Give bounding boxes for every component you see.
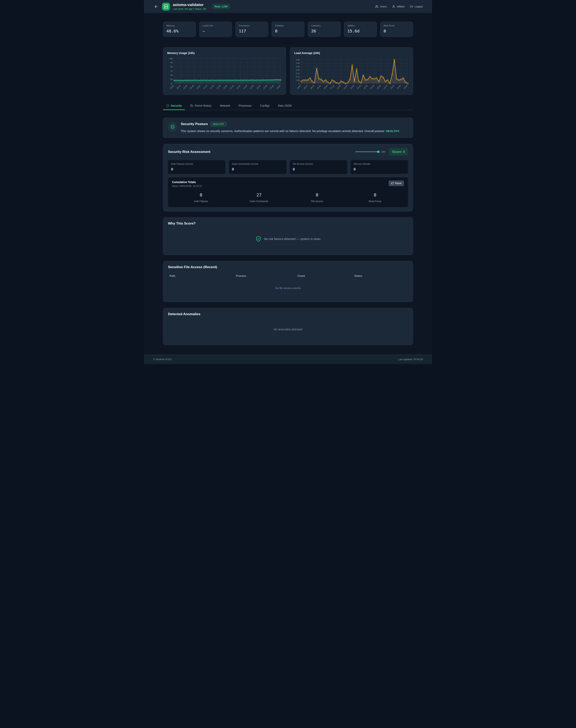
why-score-card: Why This Score? No risk factors detected… <box>163 217 413 255</box>
risk-assessment-title: Security Risk Assessment <box>168 150 355 154</box>
svg-text:20:10: 20:10 <box>303 84 308 89</box>
total-label: Brute Force <box>346 200 404 203</box>
arrow-left-icon <box>154 4 159 9</box>
footer: C-Sentinel v0.6.0 Last updated: 00:04:19 <box>144 355 432 364</box>
nav-users[interactable]: Users <box>375 5 387 8</box>
metric-value: 0 <box>232 167 283 171</box>
back-button[interactable] <box>153 4 159 9</box>
slider-track[interactable] <box>355 151 379 152</box>
total-brute-force: 0 Brute Force <box>346 193 404 203</box>
svg-text:0.15: 0.15 <box>296 72 299 75</box>
svg-text:23:10: 23:10 <box>256 84 261 89</box>
svg-text:70: 70 <box>170 70 173 72</box>
tab-processes[interactable]: Processes <box>238 102 252 110</box>
cumulative-totals-title: Cumulative Totals <box>172 180 388 184</box>
total-sudo-commands: 27 Sudo Commands <box>230 193 288 203</box>
svg-text:20:40: 20:40 <box>316 84 321 89</box>
tab-configs[interactable]: Configs <box>260 102 270 110</box>
stat-card-load: Load (1m) – <box>199 22 232 37</box>
svg-text:21:45: 21:45 <box>343 84 348 89</box>
stats-row: Memory 48.6% Load (1m) – Processes 117 Z… <box>163 22 413 37</box>
tab-label: Security <box>171 104 182 107</box>
logout-icon <box>410 5 413 8</box>
svg-text:40: 40 <box>170 82 173 85</box>
column-count: Count <box>297 274 354 277</box>
tab-security[interactable]: Security <box>166 102 182 110</box>
tab-label: Network <box>220 104 230 107</box>
total-value: 27 <box>230 193 288 197</box>
file-access-card: Sensitive File Access (Recent) Path Proc… <box>163 261 413 302</box>
server-logo-icon <box>162 3 170 10</box>
stat-label: Risk Score <box>383 24 410 27</box>
refresh-icon <box>391 182 394 185</box>
svg-text:0.35: 0.35 <box>296 59 299 61</box>
stat-label: Load (1m) <box>203 24 229 27</box>
metric-value: 0 <box>354 167 405 171</box>
tab-network[interactable]: Network <box>220 102 231 110</box>
total-file-access: 0 File Access <box>288 193 346 203</box>
svg-text:80: 80 <box>170 66 173 68</box>
svg-text:0.20: 0.20 <box>296 69 299 71</box>
svg-text:23:25: 23:25 <box>390 84 395 89</box>
svg-text:22:45: 22:45 <box>242 84 248 89</box>
stat-value: 117 <box>239 29 265 33</box>
svg-text:0: 0 <box>298 82 299 85</box>
svg-text:19:55: 19:55 <box>296 84 301 89</box>
nav-logout[interactable]: Logout <box>410 5 423 8</box>
reset-button[interactable]: Reset <box>388 180 404 186</box>
svg-text:23:25: 23:25 <box>263 84 268 89</box>
stat-card-uptime: Uptime 15.6d <box>344 22 377 37</box>
stat-card-zombies: Zombies 0 <box>271 22 305 37</box>
svg-text:20:10: 20:10 <box>176 84 181 89</box>
posture-word: HEALTHY <box>386 130 399 133</box>
shield-icon <box>166 104 169 107</box>
history-icon <box>190 104 193 107</box>
last-updated: Last updated: 00:04:19 <box>398 358 423 361</box>
user-icon <box>392 5 395 8</box>
svg-text:21:15: 21:15 <box>203 84 208 89</box>
risk-metrics: Auth Failures (recent) 0 Sudo Commands (… <box>168 160 408 174</box>
anomalies-title: Detected Anomalies <box>168 312 408 316</box>
tab-label: Event History <box>195 104 211 107</box>
load-average-chart-card: Load Average (24h) 19:5520:1020:2520:402… <box>290 47 413 95</box>
svg-text:0.25: 0.25 <box>296 65 299 67</box>
security-posture-title: Security Posture <box>181 122 208 126</box>
stat-label: Processes <box>239 24 265 27</box>
metric-label: Sudo Commands (recent) <box>232 163 283 165</box>
shield-check-icon <box>255 236 261 242</box>
total-value: 0 <box>288 193 346 197</box>
svg-text:0.30: 0.30 <box>296 62 299 64</box>
tab-label: Configs <box>260 104 269 107</box>
svg-text:22:55: 22:55 <box>376 84 381 89</box>
slider-thumb[interactable] <box>377 151 379 153</box>
metric-label: Auth Failures (recent) <box>171 163 222 165</box>
svg-text:20:40: 20:40 <box>190 84 194 89</box>
svg-text:22:55: 22:55 <box>250 84 254 89</box>
svg-text:50: 50 <box>170 78 173 80</box>
file-access-empty-state: No file access events <box>168 286 408 289</box>
time-range-slider[interactable]: 24h <box>355 150 385 153</box>
svg-text:20:25: 20:25 <box>183 84 188 89</box>
stat-value: 48.6% <box>166 29 193 33</box>
security-posture-card: Security Posture HEALTHY This system sho… <box>163 118 413 138</box>
stat-card-risk-score: Risk Score 0 <box>380 22 413 37</box>
file-access-title: Sensitive File Access (Recent) <box>168 265 408 269</box>
nav-logout-label: Logout <box>414 5 423 8</box>
column-status: Status <box>354 274 406 277</box>
nav-users-label: Users <box>380 5 387 8</box>
total-label: File Access <box>288 200 346 203</box>
svg-text:23:55: 23:55 <box>276 84 281 89</box>
stat-card-listeners: Listeners 26 <box>308 22 341 37</box>
tab-event-history[interactable]: Event History <box>190 102 212 110</box>
stat-value: 15.6d <box>347 29 373 33</box>
svg-text:100: 100 <box>169 57 173 60</box>
svg-text:23:55: 23:55 <box>403 84 408 89</box>
svg-text:22:15: 22:15 <box>356 84 362 89</box>
nav-current-user[interactable]: william <box>392 5 405 8</box>
tab-bar: Security Event History Network Processes… <box>163 102 413 110</box>
stat-label: Memory <box>166 24 193 27</box>
column-path: Path <box>170 274 236 277</box>
tab-raw-json[interactable]: Raw JSON <box>278 102 292 110</box>
svg-text:21:45: 21:45 <box>216 84 221 89</box>
svg-text:22:30: 22:30 <box>236 84 241 89</box>
